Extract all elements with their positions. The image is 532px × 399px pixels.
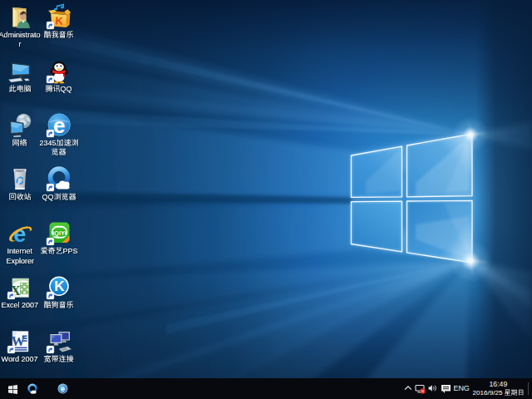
svg-text:e: e <box>13 222 26 247</box>
svg-text:2016/9/25: 2016/9/25 <box>472 389 503 397</box>
svg-text:K: K <box>54 278 65 294</box>
svg-text:QQ: QQ <box>42 193 54 201</box>
svg-text:iQIYI: iQIYI <box>52 229 66 237</box>
svg-text:2345: 2345 <box>40 139 57 147</box>
svg-text:PPS: PPS <box>63 247 78 255</box>
svg-text:Internet: Internet <box>7 247 33 255</box>
svg-text:r: r <box>19 40 22 48</box>
svg-text:e: e <box>53 112 65 137</box>
svg-text:K: K <box>55 14 64 27</box>
svg-text:e: e <box>61 385 65 393</box>
svg-text:QQ: QQ <box>61 85 72 93</box>
svg-text:Explorer: Explorer <box>6 257 34 265</box>
